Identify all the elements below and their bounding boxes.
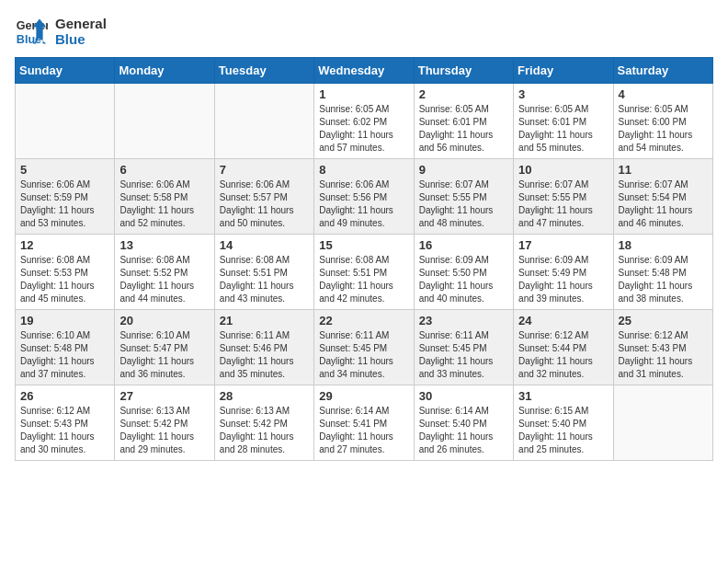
calendar-week-row: 26Sunrise: 6:12 AM Sunset: 5:43 PM Dayli… (16, 385, 713, 461)
calendar-day-26: 26Sunrise: 6:12 AM Sunset: 5:43 PM Dayli… (16, 385, 115, 461)
day-number: 25 (619, 314, 708, 327)
day-info: Sunrise: 6:14 AM Sunset: 5:40 PM Dayligh… (419, 405, 508, 456)
day-number: 31 (518, 389, 608, 403)
weekday-header-tuesday: Tuesday (214, 58, 313, 84)
day-info: Sunrise: 6:11 AM Sunset: 5:45 PM Dayligh… (319, 329, 408, 381)
calendar-day-28: 28Sunrise: 6:13 AM Sunset: 5:42 PM Dayli… (214, 385, 313, 461)
logo-icon: General Blue (15, 15, 48, 48)
day-number: 11 (619, 163, 708, 177)
day-number: 26 (20, 389, 109, 403)
day-number: 12 (20, 238, 109, 252)
calendar-day-15: 15Sunrise: 6:08 AM Sunset: 5:51 PM Dayli… (314, 235, 414, 310)
day-info: Sunrise: 6:05 AM Sunset: 6:01 PM Dayligh… (419, 103, 508, 155)
weekday-header-wednesday: Wednesday (314, 58, 414, 84)
calendar-day-6: 6Sunrise: 6:06 AM Sunset: 5:58 PM Daylig… (115, 159, 214, 235)
day-number: 20 (119, 314, 209, 327)
day-number: 16 (419, 238, 508, 252)
weekday-header-friday: Friday (514, 58, 613, 84)
day-number: 27 (119, 389, 209, 403)
day-info: Sunrise: 6:12 AM Sunset: 5:44 PM Dayligh… (518, 329, 608, 381)
day-number: 15 (319, 238, 408, 252)
calendar-day-22: 22Sunrise: 6:11 AM Sunset: 5:45 PM Dayli… (314, 310, 414, 385)
day-number: 23 (419, 314, 508, 327)
day-number: 8 (319, 163, 408, 177)
calendar-day-13: 13Sunrise: 6:08 AM Sunset: 5:52 PM Dayli… (115, 235, 214, 310)
day-number: 2 (419, 87, 508, 101)
day-number: 29 (319, 389, 408, 403)
calendar-day-19: 19Sunrise: 6:10 AM Sunset: 5:48 PM Dayli… (16, 310, 115, 385)
calendar-day-4: 4Sunrise: 6:05 AM Sunset: 6:00 PM Daylig… (613, 84, 712, 159)
day-info: Sunrise: 6:13 AM Sunset: 5:42 PM Dayligh… (119, 405, 209, 456)
calendar-day-30: 30Sunrise: 6:14 AM Sunset: 5:40 PM Dayli… (414, 385, 513, 461)
calendar-header-row: SundayMondayTuesdayWednesdayThursdayFrid… (16, 58, 713, 84)
day-info: Sunrise: 6:07 AM Sunset: 5:55 PM Dayligh… (419, 178, 508, 230)
day-info: Sunrise: 6:05 AM Sunset: 6:00 PM Dayligh… (619, 103, 708, 155)
calendar-week-row: 12Sunrise: 6:08 AM Sunset: 5:53 PM Dayli… (16, 235, 713, 310)
calendar-day-18: 18Sunrise: 6:09 AM Sunset: 5:48 PM Dayli… (613, 235, 712, 310)
day-info: Sunrise: 6:10 AM Sunset: 5:48 PM Dayligh… (20, 329, 109, 381)
day-info: Sunrise: 6:06 AM Sunset: 5:59 PM Dayligh… (20, 178, 109, 230)
logo-general: General (55, 16, 107, 31)
day-info: Sunrise: 6:08 AM Sunset: 5:52 PM Dayligh… (119, 254, 209, 305)
day-info: Sunrise: 6:06 AM Sunset: 5:57 PM Dayligh… (220, 178, 309, 230)
day-number: 28 (220, 389, 309, 403)
weekday-header-saturday: Saturday (613, 58, 712, 84)
calendar-day-12: 12Sunrise: 6:08 AM Sunset: 5:53 PM Dayli… (16, 235, 115, 310)
day-info: Sunrise: 6:11 AM Sunset: 5:45 PM Dayligh… (419, 329, 508, 381)
day-number: 1 (319, 87, 408, 101)
day-info: Sunrise: 6:09 AM Sunset: 5:50 PM Dayligh… (419, 254, 508, 305)
day-info: Sunrise: 6:08 AM Sunset: 5:51 PM Dayligh… (220, 254, 309, 305)
calendar-day-11: 11Sunrise: 6:07 AM Sunset: 5:54 PM Dayli… (613, 159, 712, 235)
logo-blue: Blue (55, 31, 107, 47)
day-info: Sunrise: 6:06 AM Sunset: 5:56 PM Dayligh… (319, 178, 408, 230)
day-number: 6 (119, 163, 209, 177)
calendar: SundayMondayTuesdayWednesdayThursdayFrid… (15, 57, 713, 461)
calendar-week-row: 19Sunrise: 6:10 AM Sunset: 5:48 PM Dayli… (16, 310, 713, 385)
day-number: 19 (20, 314, 109, 327)
calendar-day-29: 29Sunrise: 6:14 AM Sunset: 5:41 PM Dayli… (314, 385, 414, 461)
day-info: Sunrise: 6:09 AM Sunset: 5:48 PM Dayligh… (619, 254, 708, 305)
calendar-day-25: 25Sunrise: 6:12 AM Sunset: 5:43 PM Dayli… (613, 310, 712, 385)
calendar-day-14: 14Sunrise: 6:08 AM Sunset: 5:51 PM Dayli… (214, 235, 313, 310)
calendar-day-9: 9Sunrise: 6:07 AM Sunset: 5:55 PM Daylig… (414, 159, 513, 235)
day-number: 17 (518, 238, 608, 252)
calendar-week-row: 5Sunrise: 6:06 AM Sunset: 5:59 PM Daylig… (16, 159, 713, 235)
calendar-day-10: 10Sunrise: 6:07 AM Sunset: 5:55 PM Dayli… (514, 159, 613, 235)
day-number: 7 (220, 163, 309, 177)
calendar-day-24: 24Sunrise: 6:12 AM Sunset: 5:44 PM Dayli… (514, 310, 613, 385)
calendar-day-21: 21Sunrise: 6:11 AM Sunset: 5:46 PM Dayli… (214, 310, 313, 385)
day-info: Sunrise: 6:05 AM Sunset: 6:01 PM Dayligh… (518, 103, 608, 155)
day-info: Sunrise: 6:07 AM Sunset: 5:55 PM Dayligh… (518, 178, 608, 230)
day-number: 21 (220, 314, 309, 327)
calendar-day-31: 31Sunrise: 6:15 AM Sunset: 5:40 PM Dayli… (514, 385, 613, 461)
calendar-day-17: 17Sunrise: 6:09 AM Sunset: 5:49 PM Dayli… (514, 235, 613, 310)
day-info: Sunrise: 6:07 AM Sunset: 5:54 PM Dayligh… (619, 178, 708, 230)
day-info: Sunrise: 6:06 AM Sunset: 5:58 PM Dayligh… (119, 178, 209, 230)
day-info: Sunrise: 6:10 AM Sunset: 5:47 PM Dayligh… (119, 329, 209, 381)
calendar-empty-cell (613, 385, 712, 461)
day-number: 14 (220, 238, 309, 252)
calendar-day-23: 23Sunrise: 6:11 AM Sunset: 5:45 PM Dayli… (414, 310, 513, 385)
day-info: Sunrise: 6:15 AM Sunset: 5:40 PM Dayligh… (518, 405, 608, 456)
logo: General Blue General Blue (15, 15, 107, 48)
weekday-header-sunday: Sunday (16, 58, 115, 84)
day-info: Sunrise: 6:11 AM Sunset: 5:46 PM Dayligh… (220, 329, 309, 381)
calendar-empty-cell (16, 84, 115, 159)
day-number: 13 (119, 238, 209, 252)
calendar-day-8: 8Sunrise: 6:06 AM Sunset: 5:56 PM Daylig… (314, 159, 414, 235)
calendar-empty-cell (115, 84, 214, 159)
day-number: 18 (619, 238, 708, 252)
day-number: 5 (20, 163, 109, 177)
day-number: 22 (319, 314, 408, 327)
calendar-day-2: 2Sunrise: 6:05 AM Sunset: 6:01 PM Daylig… (414, 84, 513, 159)
day-info: Sunrise: 6:12 AM Sunset: 5:43 PM Dayligh… (619, 329, 708, 381)
calendar-empty-cell (214, 84, 313, 159)
calendar-day-7: 7Sunrise: 6:06 AM Sunset: 5:57 PM Daylig… (214, 159, 313, 235)
calendar-week-row: 1Sunrise: 6:05 AM Sunset: 6:02 PM Daylig… (16, 84, 713, 159)
day-number: 3 (518, 87, 608, 101)
day-number: 30 (419, 389, 508, 403)
day-info: Sunrise: 6:13 AM Sunset: 5:42 PM Dayligh… (220, 405, 309, 456)
day-info: Sunrise: 6:14 AM Sunset: 5:41 PM Dayligh… (319, 405, 408, 456)
day-info: Sunrise: 6:08 AM Sunset: 5:53 PM Dayligh… (20, 254, 109, 305)
day-number: 9 (419, 163, 508, 177)
